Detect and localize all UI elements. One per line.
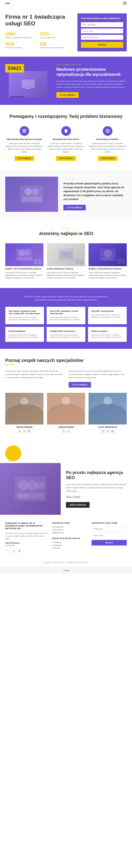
jeffery-facebook-icon[interactable]: f [18, 429, 22, 433]
jeffery-twitter-icon[interactable]: t [22, 429, 26, 433]
footer-service-2[interactable]: 2. Marketing [52, 544, 87, 546]
svg-rect-31 [30, 496, 39, 497]
footer-form-email[interactable] [92, 533, 127, 538]
svg-rect-1 [26, 88, 30, 89]
seo-card-3-image: 03 [89, 243, 127, 266]
footer-col-1: POMAGAMY CI UBRAĆ SIĘ W INTERNECIE DZIĘK… [5, 522, 47, 553]
footer-service-3[interactable]: 3. Hosting [52, 547, 87, 549]
audit-card-4-title: Kontrola duplikatów [8, 330, 41, 333]
hosting-bar: ' Hosting [0, 567, 132, 574]
svg-point-22 [104, 250, 111, 258]
seo-best-section: CO ROBIMY Jesteśmy najlepsi w SEO 01 NUM… [0, 219, 132, 288]
footer-bottom: Copyright © 2024 Firma nr 1. Wszelkie pr… [5, 559, 127, 563]
seo-card-3: 03 NUMER 1 W RECENZJACH GOOGLE Lorem ips… [89, 243, 127, 279]
audit-card-6-title: Struktura nawigacji [91, 330, 124, 333]
audit-card-5: Przegląd linków zewnętrznych Lorem ipsum… [47, 327, 85, 342]
svg-point-27 [36, 481, 44, 490]
guarantee-content: CO ROBIMY W każdej umowie gwarantujemy g… [63, 178, 127, 210]
seo-card-2-title: OCENA SPRZEDAŻ GOOGLE [47, 268, 85, 270]
stat-575: 575+ Liczba projektów SEO [40, 31, 72, 39]
audit-card-3-title: Testy A/B i responsywność [91, 310, 124, 312]
best-agency-section: Po prostu najlepsza agencja SEO Lorem ip… [0, 463, 132, 515]
footer-col-2-item-2: +123 90 99 44 [52, 529, 87, 531]
ps-image-box: Nasz i Twoje [9, 71, 47, 97]
help-card-3-body: Lorem ipsum dolor sit amet, consectetur … [89, 142, 127, 153]
svg-rect-2 [25, 89, 32, 89]
help-section: Pomagamy i rozwiązujemy Twój problem biz… [0, 105, 132, 169]
footer-form-submit[interactable]: WYŚLIJ [92, 540, 127, 546]
ps-image-container: 53621 Nasz i Twoje [5, 64, 51, 97]
yellow-circle-section [0, 442, 132, 463]
hero-form: Uzyskaj bezpłatny audyt wydajności WYŚLI… [77, 13, 127, 51]
hamburger-menu[interactable] [123, 2, 127, 4]
audit-card-6-body: Lorem ipsum dolor sit amet, consectetur … [91, 334, 124, 339]
alexa-facebook-icon[interactable]: f [101, 429, 105, 433]
guarantee-button[interactable]: CZYTAJ WIĘCEJ [63, 205, 86, 210]
form-url-input[interactable] [81, 35, 123, 40]
help-card-2-button[interactable]: CZYTAJ WIĘCEJ [56, 156, 76, 161]
footer-col-2-services-list: 1. Branding 2. Marketing 3. Hosting [52, 541, 87, 549]
ps-monitor-graphic [9, 71, 47, 97]
help-card-2-body: Lorem ipsum dolor sit amet, consectetur … [47, 142, 85, 153]
footer-instagram-icon[interactable]: ◎ [11, 548, 16, 553]
ba-image [0, 463, 61, 515]
jeffery-photo [5, 393, 43, 425]
footer-social-icons: f ◎ ▶ [5, 548, 47, 553]
team-members: JEFFERY BROWNA f t in ANNIE RICHMOND f t [5, 393, 127, 433]
jeffery-linkedin-icon[interactable]: in [27, 429, 31, 433]
stat-label: Liczba projektów SEO [40, 37, 72, 39]
stat-number: 25M+ [5, 31, 37, 37]
help-card-3-button[interactable]: CZYTAJ WIĘCEJ [98, 156, 118, 161]
help-card-2-title: NIEZMIERZONA MOŻLIWOŚĆ [47, 138, 85, 141]
ps-read-more-button[interactable]: CZYTAJ WIĘCEJ [56, 92, 79, 98]
team-member-jeffery: JEFFERY BROWNA f t in [5, 393, 43, 433]
seo-eyebrow: CO ROBIMY [5, 228, 127, 229]
seo-num-1: 01 [34, 257, 42, 265]
help-card-1-title: NIEOGRANICZONE MIEJSCE NA DANE [5, 138, 43, 141]
audit-grid: Tagi tytułowe, metadopisy, tytuły stron,… [5, 307, 127, 342]
form-submit-button[interactable]: WYŚLIJ [81, 42, 123, 48]
team-intro-right: Lorem ipsum dolor sit amet consectetur a… [69, 369, 127, 388]
footer-top: POMAGAMY CI UBRAĆ SIĘ W INTERNECIE DZIĘK… [5, 522, 127, 553]
seo-title: Jesteśmy najlepsi w SEO [5, 231, 127, 236]
footer-col-1-body: Lorem ipsum dolor sit amet, consectetur … [5, 532, 47, 540]
audit-card-3-body: Lorem ipsum dolor sit amet, consectetur … [91, 314, 124, 319]
seo-card-1: 01 NUMER 1 W WYSZUKIWARCE GOOGLE Lorem i… [5, 243, 43, 279]
form-name-input[interactable] [81, 22, 123, 27]
annie-facebook-icon[interactable]: f [62, 429, 66, 433]
footer-col-2-title: ZNAJDŹ DLA BUD [52, 522, 87, 524]
seo-card-3-body: Lorem ipsum dolor sit amet, consectetur … [89, 271, 127, 279]
seo-card-1-image: 01 [5, 243, 43, 266]
guarantee-quote: W każdej umowie gwarantujemy godziny pra… [63, 182, 127, 201]
svg-rect-19 [62, 253, 70, 254]
logo: logo [5, 2, 10, 4]
stats-row-1: 25M+ Trafność z wyszukiwarką organiczną … [5, 31, 72, 39]
audit-section: W ramach naszych usług audytujemy Twoją … [0, 288, 132, 349]
jeffery-social: f t in [5, 429, 43, 433]
svg-rect-6 [23, 132, 26, 132]
help-card-3-title: REJESTRACJA DOMENY [89, 138, 127, 141]
footer-service-1[interactable]: 1. Branding [52, 541, 87, 544]
alexa-linkedin-icon[interactable]: in [110, 429, 114, 433]
team-member-alexa: ALEXA GREENFIELDA f t in [89, 393, 127, 433]
alexa-twitter-icon[interactable]: t [106, 429, 110, 433]
annie-twitter-icon[interactable]: t [67, 429, 70, 433]
audit-intro: W ramach naszych usług audytujemy Twoją … [22, 295, 110, 302]
alexa-social: f t in [89, 429, 127, 433]
seo-card-2-image: 02 [47, 243, 85, 266]
footer-youtube-icon[interactable]: ▶ [17, 548, 22, 553]
team-read-more-button[interactable]: CZYTAJ WIĘCEJ [69, 382, 91, 388]
team-intro: Lorem ipsum dolor sit amet consectetur a… [5, 369, 127, 388]
help-title: Pomagamy i rozwiązujemy Twój problem biz… [5, 114, 127, 119]
seo-card-2: 02 OCENA SPRZEDAŻ GOOGLE Lorem ipsum dol… [47, 243, 85, 279]
svg-rect-20 [62, 255, 68, 256]
form-email-input[interactable] [81, 29, 123, 33]
audit-card-2-title: Adresy URL, powiązania z innymi i słowa … [50, 310, 82, 315]
footer-facebook-icon[interactable]: f [5, 548, 10, 553]
help-card-1-button[interactable]: CZYTAJ WIĘCEJ [14, 156, 34, 161]
ba-button[interactable]: IDŹCIE NAPRZÓD [66, 502, 90, 508]
ps-content: PRZYKŁADOWY NAUCZONE Naukowo przetestowa… [56, 64, 127, 98]
footer-form-name[interactable] [92, 526, 127, 531]
stat-30m: 30M Transakcja e-commerce [5, 41, 37, 49]
ba-title: Po prostu najlepsza agencja SEO [66, 470, 127, 480]
